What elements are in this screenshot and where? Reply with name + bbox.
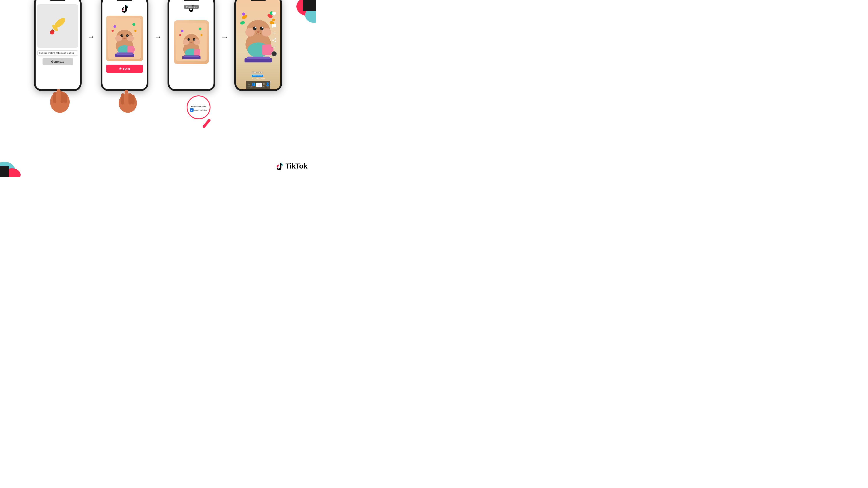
phone2-notch [116, 0, 133, 1]
svg-point-25 [123, 38, 126, 39]
cc-icon: cr [190, 108, 193, 112]
svg-point-67 [257, 31, 260, 33]
svg-point-33 [112, 30, 114, 32]
phone3-inner: Uploading... [169, 0, 214, 89]
nav-friends[interactable]: 👥 Friends [251, 82, 256, 88]
svg-point-22 [126, 34, 129, 37]
svg-rect-26 [127, 46, 134, 54]
profile-icon: 👤 [266, 82, 270, 86]
post-icon: ✳ [119, 67, 122, 71]
svg-point-30 [114, 25, 116, 28]
feed-nav: ⌂ Home 👥 Friends + ✉ Inbox [246, 81, 270, 89]
hand1-icon [45, 85, 75, 113]
heart-icon [272, 11, 276, 16]
hamster-image-phone3 [174, 21, 209, 64]
svg-rect-35 [125, 90, 128, 104]
phone2: ✳ Post [101, 0, 148, 91]
svg-point-48 [194, 39, 195, 39]
generate-button[interactable]: Generate [42, 58, 73, 65]
svg-rect-13 [61, 92, 64, 103]
feed-right-bar: 142 102 [271, 11, 277, 56]
feed-bottom-bar: Username AI-generated ♪ ♪ Music · Artist [250, 70, 267, 81]
tiktok-icon-svg [120, 3, 129, 13]
phone4: 142 102 Username AI-generated ♪ ♪ Music … [235, 0, 282, 91]
share-icon [272, 38, 276, 42]
post-button[interactable]: ✳ Post [106, 65, 143, 73]
home-icon: ⌂ [248, 82, 250, 86]
tiktok-wordmark: TikTok [286, 162, 307, 170]
feed-comment-button[interactable] [271, 23, 277, 29]
phone3-notch [183, 0, 200, 1]
feed-username: Username [252, 71, 265, 73]
svg-point-55 [200, 34, 203, 36]
svg-rect-52 [184, 55, 199, 57]
feed-ai-badge: AI-generated [252, 75, 263, 77]
phone1-notch [49, 0, 66, 1]
phone1: hamster drinking coffee and reading Gene… [34, 0, 82, 91]
phone1-section: hamster drinking coffee and reading Gene… [34, 0, 82, 91]
feed-share-button[interactable] [271, 37, 277, 43]
magnifier-circle: .................. generated with AI cr … [187, 95, 211, 119]
phone4-notch [250, 0, 267, 1]
phone3: Uploading... [167, 0, 215, 91]
prompt-input[interactable]: hamster drinking coffee and reading [37, 50, 78, 56]
svg-point-56 [179, 34, 181, 36]
feed-main-content: 142 102 [238, 0, 279, 70]
svg-point-32 [134, 30, 136, 32]
arrow-1: → [87, 32, 95, 41]
feed-music-disc [272, 51, 277, 56]
svg-point-65 [255, 27, 256, 28]
svg-rect-37 [128, 93, 132, 104]
svg-rect-71 [247, 56, 270, 59]
phone2-inner: ✳ Post [102, 0, 147, 89]
svg-rect-12 [53, 92, 56, 103]
nav-plus[interactable]: + [256, 83, 262, 88]
tiktok-logo-phone2 [120, 3, 129, 13]
svg-point-47 [189, 39, 190, 39]
svg-rect-38 [132, 95, 134, 104]
plus-button[interactable]: + [256, 83, 262, 88]
nav-home[interactable]: ⌂ Home [247, 82, 251, 88]
music-icon: ♪ [252, 77, 253, 79]
ai-image-box [37, 4, 78, 48]
content-credentials: cr content credentials [190, 108, 207, 112]
arrow-2: → [154, 32, 162, 41]
paintbrush-icon [47, 16, 69, 36]
svg-rect-36 [121, 93, 124, 104]
svg-point-49 [190, 42, 192, 43]
hamster-art-2 [108, 18, 141, 59]
svg-point-64 [260, 27, 264, 30]
corner-decoration-bottom-left [0, 153, 35, 177]
feed-comment-count: 142 [273, 32, 275, 34]
phone1-inner: hamster drinking coffee and reading Gene… [36, 0, 80, 89]
phone4-section: 142 102 Username AI-generated ♪ ♪ Music … [235, 0, 282, 91]
svg-point-45 [187, 38, 190, 40]
arrow-3: → [221, 32, 229, 41]
content-credentials-label: content credentials [194, 109, 207, 111]
svg-point-66 [262, 27, 263, 28]
hand2-icon [114, 87, 142, 113]
phone3-section: Uploading... [167, 0, 215, 91]
nav-me-label: Me [267, 86, 269, 88]
nav-inbox[interactable]: ✉ Inbox [262, 82, 266, 88]
friends-icon: 👥 [252, 82, 255, 86]
inbox-icon: ✉ [263, 82, 266, 86]
phone4-inner: 142 102 Username AI-generated ♪ ♪ Music … [236, 0, 280, 89]
feed-like-button[interactable] [271, 11, 277, 17]
magnifier-dots: .................. [193, 103, 204, 104]
svg-rect-50 [194, 49, 200, 56]
hamster-art-3 [176, 23, 207, 62]
main-flow: hamster drinking coffee and reading Gene… [0, 0, 316, 91]
comment-icon [272, 24, 276, 28]
svg-rect-11 [57, 89, 61, 102]
post-label: Post [123, 67, 130, 71]
svg-point-9 [50, 30, 54, 34]
svg-rect-5 [0, 166, 9, 177]
svg-point-54 [199, 28, 202, 30]
feed-music-label: ♪ Music · Artist [253, 78, 265, 79]
magnifier-handle [202, 119, 211, 128]
feed-share-count: 102 [273, 46, 275, 48]
svg-point-21 [120, 34, 123, 37]
nav-friends-label: Friends [251, 86, 256, 88]
nav-me[interactable]: 👤 Me [266, 82, 270, 88]
